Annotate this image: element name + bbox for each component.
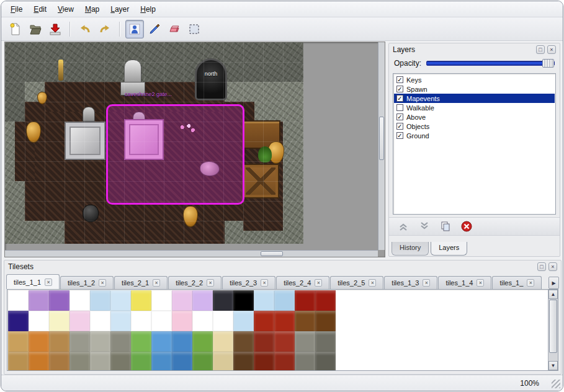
scrollbar-handle[interactable] xyxy=(261,251,283,256)
palette-tile[interactable] xyxy=(49,331,69,352)
float-icon[interactable]: □ xyxy=(536,45,545,54)
palette-tile[interactable] xyxy=(29,331,49,352)
tileset-tab-tiles_1_3[interactable]: tiles_1_3× xyxy=(384,276,437,289)
palette-tile[interactable] xyxy=(90,311,110,331)
new-map-button[interactable] xyxy=(6,20,25,38)
palette-tile[interactable] xyxy=(295,331,315,352)
duplicate-layer-button[interactable] xyxy=(439,220,452,233)
open-map-button[interactable] xyxy=(26,20,45,38)
layer-row-walkable[interactable]: Walkable xyxy=(394,103,555,112)
layer-row-spawn[interactable]: ✓Spawn xyxy=(394,84,555,94)
tileset-tab-tiles_2_5[interactable]: tiles_2_5× xyxy=(330,276,383,289)
menu-help[interactable]: Help xyxy=(135,3,161,16)
close-icon[interactable]: × xyxy=(548,262,557,271)
palette-scrollbar[interactable]: ▲ ▼ xyxy=(548,290,558,370)
undo-button[interactable] xyxy=(76,20,94,38)
stamp-brush-tool[interactable] xyxy=(125,20,144,38)
map-view[interactable]: north caveshrine2 gate... xyxy=(4,42,385,257)
palette-tile[interactable] xyxy=(315,331,336,352)
redo-button[interactable] xyxy=(96,20,114,38)
palette-tile[interactable] xyxy=(274,331,295,352)
checkbox-unchecked-icon[interactable] xyxy=(396,104,403,111)
palette-tile[interactable] xyxy=(90,331,110,352)
checkbox-checked-icon[interactable]: ✓ xyxy=(396,95,403,102)
tileset-tab-tiles_1_1[interactable]: tiles_1_1× xyxy=(6,274,60,289)
palette-tile[interactable] xyxy=(151,331,172,352)
menu-map[interactable]: Map xyxy=(79,3,105,16)
tab-close-icon[interactable]: × xyxy=(423,279,430,287)
palette-tile[interactable] xyxy=(151,311,172,331)
palette-tile[interactable] xyxy=(110,290,131,311)
scroll-up-icon[interactable]: ▲ xyxy=(548,290,558,299)
layer-row-keys[interactable]: ✓Keys xyxy=(394,75,555,84)
palette-tile[interactable] xyxy=(274,290,295,311)
tab-close-icon[interactable]: × xyxy=(369,279,376,287)
palette-tile[interactable] xyxy=(172,290,192,311)
tab-close-icon[interactable]: × xyxy=(527,279,534,287)
palette-tile[interactable] xyxy=(69,352,90,371)
palette-tile[interactable] xyxy=(8,331,29,352)
palette-tile[interactable] xyxy=(274,352,295,371)
checkbox-checked-icon[interactable]: ✓ xyxy=(396,76,403,83)
palette-tile[interactable] xyxy=(254,331,274,352)
lower-layer-button[interactable] xyxy=(418,220,431,233)
palette-tile[interactable] xyxy=(192,290,213,311)
palette-tile[interactable] xyxy=(192,352,213,371)
palette-tile[interactable] xyxy=(131,311,151,331)
palette-tile[interactable] xyxy=(295,352,315,371)
map-canvas[interactable]: north caveshrine2 gate... xyxy=(5,42,303,244)
palette-tile[interactable] xyxy=(8,352,29,371)
save-map-button[interactable] xyxy=(46,20,65,38)
raise-layer-button[interactable] xyxy=(396,220,410,233)
tab-close-icon[interactable]: × xyxy=(315,279,322,287)
tileset-tab-tiles_2_2[interactable]: tiles_2_2× xyxy=(168,276,222,289)
palette-tile[interactable] xyxy=(192,311,213,331)
opacity-slider[interactable] xyxy=(426,58,555,68)
tab-close-icon[interactable]: × xyxy=(99,279,106,287)
checkbox-checked-icon[interactable]: ✓ xyxy=(396,86,403,92)
palette-tile[interactable] xyxy=(315,290,336,311)
palette-tile[interactable] xyxy=(69,331,90,352)
layer-row-above[interactable]: ✓Above xyxy=(394,112,555,122)
checkbox-checked-icon[interactable]: ✓ xyxy=(396,132,403,139)
scroll-down-icon[interactable]: ▼ xyxy=(548,361,558,370)
tileset-tab-tiles_2_4[interactable]: tiles_2_4× xyxy=(276,276,329,289)
palette-tile[interactable] xyxy=(233,331,254,352)
selection-rectangle[interactable] xyxy=(106,104,244,205)
tab-close-icon[interactable]: × xyxy=(261,279,268,287)
resize-grip[interactable] xyxy=(552,380,560,388)
menu-edit[interactable]: Edit xyxy=(28,3,52,16)
palette-tile[interactable] xyxy=(29,352,49,371)
palette-tile[interactable] xyxy=(315,352,336,371)
palette-tile[interactable] xyxy=(131,290,151,311)
palette-tile[interactable] xyxy=(254,352,274,371)
palette-tile[interactable] xyxy=(213,290,233,311)
menu-view[interactable]: View xyxy=(52,3,79,16)
select-tool[interactable] xyxy=(185,20,204,38)
tab-close-icon[interactable]: × xyxy=(477,279,484,287)
palette-tile[interactable] xyxy=(131,352,151,371)
palette-tile[interactable] xyxy=(110,331,131,352)
palette-tile[interactable] xyxy=(131,331,151,352)
palette-tile[interactable] xyxy=(213,311,233,331)
palette-tile[interactable] xyxy=(295,311,315,331)
layer-row-ground[interactable]: ✓Ground xyxy=(394,131,555,140)
tab-layers[interactable]: Layers xyxy=(431,242,467,256)
tile-palette[interactable]: ▲ ▼ xyxy=(7,289,558,371)
tab-close-icon[interactable]: × xyxy=(153,279,160,287)
palette-tile[interactable] xyxy=(90,290,110,311)
layer-row-mapevents[interactable]: ✓Mapevents xyxy=(394,94,555,103)
tab-close-icon[interactable]: × xyxy=(207,279,214,287)
tileset-tab-tiles_2_3[interactable]: tiles_2_3× xyxy=(222,276,275,289)
palette-tile[interactable] xyxy=(8,290,29,311)
tileset-tab-tiles_1_4[interactable]: tiles_1_4× xyxy=(438,276,491,289)
menu-layer[interactable]: Layer xyxy=(105,3,135,16)
palette-tile[interactable] xyxy=(254,290,274,311)
tileset-tab-tiles_2_1[interactable]: tiles_2_1× xyxy=(114,276,168,289)
palette-tile[interactable] xyxy=(151,352,172,371)
palette-tile[interactable] xyxy=(274,311,295,331)
palette-tile[interactable] xyxy=(29,290,49,311)
palette-tile[interactable] xyxy=(213,331,233,352)
checkbox-checked-icon[interactable]: ✓ xyxy=(396,123,403,130)
palette-tile[interactable] xyxy=(151,290,172,311)
